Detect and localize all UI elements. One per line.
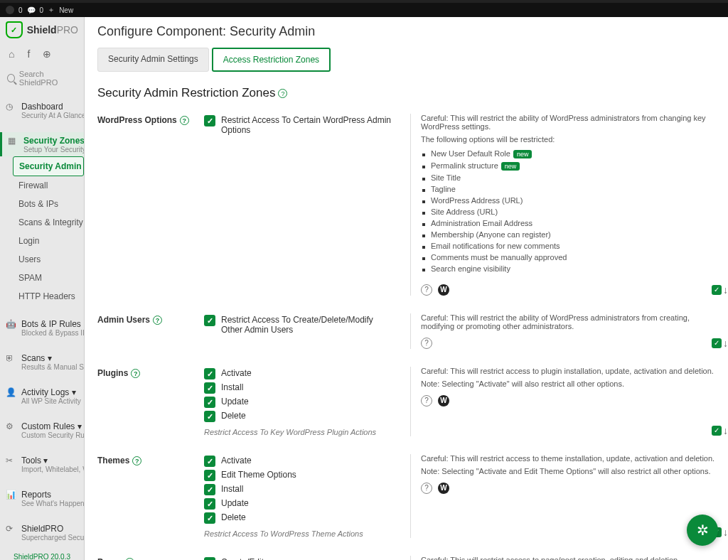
check-icon: ✓ (712, 285, 722, 295)
sidebar-item-security-zones[interactable]: ▦ Security ZonesSetup Your Security Zone… (0, 132, 84, 156)
sidebar-item-shieldpro[interactable]: ⟳ ShieldPROSupercharged Security (0, 520, 84, 544)
shield-icon: ⛨ (6, 353, 16, 363)
sidebar-item-dashboard[interactable]: ◷ DashboardSecurity At A Glance (0, 98, 84, 122)
brand: ✓ ShieldPRO (0, 17, 84, 43)
sidebar-item-bots-ip-rules[interactable]: 🤖 Bots & IP RulesBlocked & Bypass IPs (0, 316, 84, 340)
hint-text: Restrict Access To Key WordPress Plugin … (204, 428, 396, 436)
sidebar-item-reports[interactable]: 📊 ReportsSee What's Happening (0, 486, 84, 510)
sidebar-item-users[interactable]: Users (18, 250, 84, 269)
mini-comment-icon: 💬 (27, 6, 36, 14)
globe-icon[interactable]: ⊕ (43, 48, 51, 60)
help-icon[interactable]: ? (421, 338, 432, 349)
zones-subitems: Security Admin Firewall Bots & IPs Scans… (0, 156, 84, 306)
brand-text: ShieldPRO (27, 24, 78, 36)
list-item: Administration Email Address (431, 217, 715, 229)
sidebar-item-custom-rules[interactable]: ⚙ Custom Rules ▾Custom Security Rules (0, 418, 84, 442)
status-corner: ✓↓ (712, 425, 728, 436)
chart-icon: 📊 (6, 490, 16, 500)
note-text: Note: Selecting "Activate and Edit Theme… (421, 467, 715, 475)
refresh-icon: ⟳ (6, 524, 16, 534)
sidebar-item-tools[interactable]: ✂ Tools ▾Import, Whitelabel, Wizard (0, 452, 84, 476)
row-label: Admin Users? (97, 313, 204, 349)
careful-text: Careful: This will restrict access to pl… (421, 367, 715, 375)
search-icon (7, 74, 15, 82)
row-wordpress-options: WordPress Options? ✓Restrict Access To C… (97, 104, 715, 304)
checkbox-themes-delete[interactable]: ✓ (204, 512, 215, 524)
sidebar-item-login[interactable]: Login (18, 232, 84, 250)
version-label: ShieldPRO 20.0.3 (0, 547, 84, 560)
sidebar-item-activity-logs[interactable]: 👤 Activity Logs ▾All WP Site Activity (0, 384, 84, 408)
note-text: Note: Selecting "Activate" will also res… (421, 379, 715, 388)
sidebar-item-http-headers[interactable]: HTTP Headers (18, 287, 84, 306)
help-icon[interactable]: ? (421, 395, 432, 406)
list-item: WordPress Address (URL) (431, 195, 715, 206)
help-icon[interactable]: ? (131, 369, 140, 378)
checkbox-themes-activate[interactable]: ✓ (204, 456, 215, 467)
list-item: Membership (Anyone can register) (431, 229, 715, 240)
wordpress-icon[interactable]: W (438, 395, 449, 406)
new-badge: new (513, 150, 532, 158)
checkbox-plugins-update[interactable]: ✓ (204, 397, 215, 408)
person-icon: 👤 (6, 387, 16, 397)
row-label: Plugins? (97, 367, 204, 436)
checkbox-admin-users[interactable]: ✓ (204, 315, 215, 326)
list-item: Permalink structurenew (431, 160, 715, 172)
tab-access-restriction-zones[interactable]: Access Restriction Zones (212, 48, 331, 72)
new-badge: new (501, 162, 520, 171)
sidebar-item-firewall[interactable]: Firewall (18, 176, 84, 195)
help-icon[interactable]: ? (278, 89, 287, 98)
intro-text: The following options will be restricted… (421, 135, 715, 144)
mini-new-label[interactable]: New (59, 6, 73, 14)
help-fab-button[interactable]: ✲ (687, 515, 718, 546)
mini-counter: 0 (18, 6, 23, 14)
help-icon[interactable]: ? (421, 483, 432, 494)
sidebar-item-security-admin[interactable]: Security Admin (13, 156, 84, 176)
checkbox-plugins-activate[interactable]: ✓ (204, 368, 215, 379)
page-title: Configure Component: Security Admin (97, 17, 715, 48)
sliders-icon: ⚙ (6, 421, 16, 431)
checkbox-plugins-delete[interactable]: ✓ (204, 411, 215, 422)
row-label: Pages? (97, 556, 204, 560)
gauge-icon: ◷ (6, 102, 16, 112)
search-placeholder: Search ShieldPRO (19, 70, 77, 87)
wp-logo-dot (6, 6, 14, 14)
status-corner: ✓↓ (712, 338, 728, 349)
checkbox-themes-install[interactable]: ✓ (204, 484, 215, 495)
mini-plus-icon: ＋ (48, 5, 55, 15)
sidebar-item-bots-ips[interactable]: Bots & IPs (18, 195, 84, 213)
content-area: Configure Component: Security Admin Secu… (85, 17, 728, 560)
help-icon[interactable]: ? (132, 456, 141, 465)
arrow-down-icon: ↓ (723, 338, 728, 349)
quick-icons: ⌂ f ⊕ (0, 43, 84, 65)
checkbox-themes-edit[interactable]: ✓ (204, 470, 215, 481)
checkbox-themes-update[interactable]: ✓ (204, 498, 215, 510)
help-icon[interactable]: ? (180, 116, 189, 125)
wordpress-icon[interactable]: W (438, 483, 449, 494)
list-item: Comments must be manually approved (431, 252, 715, 263)
home-icon[interactable]: ⌂ (9, 48, 14, 60)
help-icon[interactable]: ? (153, 316, 162, 325)
shield-logo-icon: ✓ (6, 21, 23, 38)
careful-text: Careful: This will restrict access to th… (421, 454, 715, 463)
section-title: Security Admin Restriction Zones? (97, 79, 715, 104)
facebook-icon[interactable]: f (27, 48, 30, 60)
restricted-list: New User Default Rolenew Permalink struc… (421, 144, 715, 277)
careful-text: Careful: This will restrict the ability … (421, 313, 715, 330)
search-input[interactable]: Search ShieldPRO (0, 65, 84, 91)
row-themes: Themes? ✓Activate ✓Edit Theme Options ✓I… (97, 445, 715, 546)
row-pages: Pages? ✓Create/Edit ✓Publish ✓Delete Car… (97, 546, 715, 560)
arrow-down-icon: ↓ (723, 425, 728, 436)
row-admin-users: Admin Users? ✓Restrict Access To Create/… (97, 304, 715, 357)
checkbox-wp-options[interactable]: ✓ (204, 115, 215, 126)
sidebar-item-spam[interactable]: SPAM (18, 269, 84, 287)
checkbox-plugins-install[interactable]: ✓ (204, 382, 215, 394)
list-item: New User Default Rolenew (431, 148, 715, 160)
sidebar-item-scans[interactable]: ⛨ Scans ▾Results & Manual Scans (0, 350, 84, 374)
sidebar-item-scans-integrity[interactable]: Scans & Integrity (18, 213, 84, 232)
help-icon[interactable]: ? (421, 284, 432, 296)
checkbox-pages-create[interactable]: ✓ (204, 557, 215, 560)
arrow-down-icon: ↓ (723, 527, 728, 538)
tab-security-admin-settings[interactable]: Security Admin Settings (97, 48, 209, 72)
mini-counter-2: 0 (40, 6, 44, 14)
wordpress-icon[interactable]: W (438, 284, 449, 296)
